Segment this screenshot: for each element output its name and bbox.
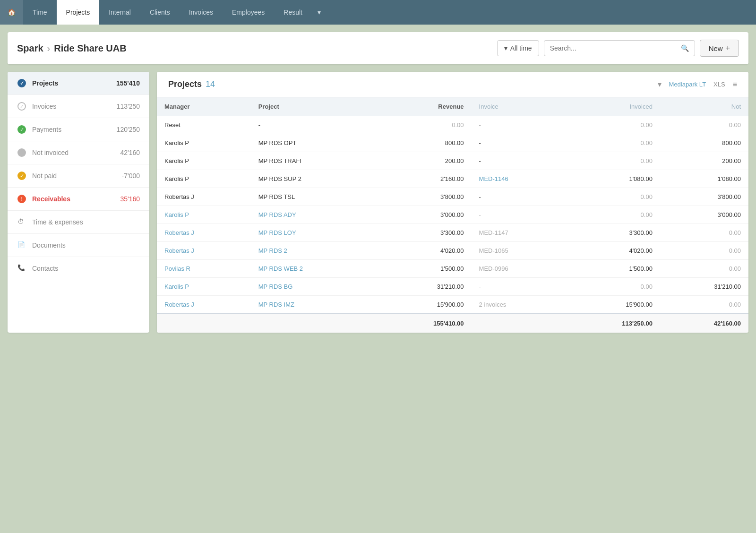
breadcrumb-current: Ride Share UAB <box>54 43 126 54</box>
sidebar-item-contacts[interactable]: 📞 Contacts <box>8 257 149 280</box>
footer-revenue: 155'410.00 <box>376 314 471 333</box>
nav-more[interactable]: ▾ <box>312 0 326 25</box>
main-panel: Projects 14 ▾ Mediapark LT XLS ≡ Manager… <box>157 72 748 333</box>
panel-menu-icon[interactable]: ≡ <box>733 80 737 89</box>
table-footer-row: 155'410.00 113'250.00 42'160.00 <box>157 314 748 333</box>
panel-header: Projects 14 ▾ Mediapark LT XLS ≡ <box>157 72 748 97</box>
panel-title: Projects 14 <box>168 79 215 89</box>
chevron-down-icon: ▾ <box>504 44 507 52</box>
sidebar-value-projects: 155'410 <box>116 79 140 87</box>
sidebar-value-payments: 120'250 <box>117 126 140 133</box>
top-bar-actions: ▾ All time 🔍 New + <box>497 40 739 57</box>
table-row: Reset-0.00-0.000.00 <box>157 116 748 134</box>
doc-icon: 📄 <box>17 241 26 250</box>
sidebar-value-receivables: 35'160 <box>120 195 140 203</box>
sidebar-label-time-expenses: Time & expenses <box>32 218 134 226</box>
sidebar-label-not-invoiced: Not invoiced <box>32 149 114 156</box>
warning-icon: ✓ <box>17 171 26 181</box>
nav-clients[interactable]: Clients <box>140 0 180 25</box>
breadcrumb: Spark › Ride Share UAB <box>17 43 127 54</box>
col-manager: Manager <box>157 97 251 116</box>
new-button-label: New <box>709 44 723 52</box>
sidebar: ✓ Projects 155'410 Invoices 113'250 ✓ Pa… <box>8 72 149 333</box>
search-icon: 🔍 <box>681 44 689 52</box>
col-invoice: Invoice <box>472 97 565 116</box>
sidebar-label-projects: Projects <box>32 79 111 87</box>
sidebar-item-not-invoiced[interactable]: Not invoiced 42'160 <box>8 141 149 164</box>
nav-projects[interactable]: Projects <box>57 0 100 25</box>
sidebar-label-contacts: Contacts <box>32 265 134 272</box>
table-row: Robertas JMP RDS IMZ15'900.002 invoices1… <box>157 296 748 314</box>
table-row: Povilas RMP RDS WEB 21'500.00MED-09961'5… <box>157 260 748 278</box>
projects-table: Manager Project Revenue Invoice Invoiced… <box>157 97 748 333</box>
check-partial-icon <box>17 102 26 111</box>
sidebar-item-time-expenses[interactable]: ⏱ Time & expenses <box>8 211 149 234</box>
table-row: Robertas JMP RDS LOY3'300.00MED-11473'30… <box>157 224 748 242</box>
table-row: Karolis PMP RDS OPT800.00-0.00800.00 <box>157 134 748 152</box>
nav-home[interactable]: 🏠 <box>0 0 23 25</box>
footer-manager <box>157 314 251 333</box>
table-row: Robertas JMP RDS TSL3'800.00-0.003'800.0… <box>157 188 748 206</box>
circle-gray-icon <box>17 148 26 157</box>
main-wrapper: Spark › Ride Share UAB ▾ All time 🔍 New … <box>0 25 756 340</box>
new-button[interactable]: New + <box>700 40 739 57</box>
nav-employees[interactable]: Employees <box>223 0 274 25</box>
table-footer: 155'410.00 113'250.00 42'160.00 <box>157 314 748 333</box>
sidebar-value-invoices: 113'250 <box>117 103 140 110</box>
table-row: Karolis PMP RDS TRAFI200.00-0.00200.00 <box>157 152 748 170</box>
sidebar-value-not-invoiced: 42'160 <box>120 149 140 156</box>
table-row: Robertas JMP RDS 24'020.00MED-10654'020.… <box>157 242 748 260</box>
col-revenue: Revenue <box>376 97 471 116</box>
col-not: Not <box>660 97 748 116</box>
breadcrumb-separator: › <box>47 43 51 54</box>
sidebar-label-receivables: Receivables <box>32 195 114 203</box>
table-header: Manager Project Revenue Invoice Invoiced… <box>157 97 748 116</box>
sidebar-item-receivables[interactable]: ! Receivables 35'160 <box>8 188 149 211</box>
search-input[interactable] <box>550 44 678 52</box>
table-header-row: Manager Project Revenue Invoice Invoiced… <box>157 97 748 116</box>
nav-invoices[interactable]: Invoices <box>180 0 223 25</box>
col-invoiced: Invoiced <box>565 97 660 116</box>
footer-invoiced: 113'250.00 <box>565 314 660 333</box>
panel-title-count: 14 <box>206 79 215 89</box>
sidebar-label-not-paid: Not paid <box>32 172 116 180</box>
filter-label: All time <box>510 44 532 52</box>
check-filled-green-icon: ✓ <box>17 125 26 134</box>
panel-title-text: Projects <box>168 79 202 89</box>
filter-dropdown-icon[interactable]: ▾ <box>658 80 662 89</box>
filter-label[interactable]: Mediapark LT <box>669 81 706 88</box>
table-row: Karolis PMP RDS BG31'210.00-0.0031'210.0… <box>157 278 748 296</box>
clock-icon: ⏱ <box>17 217 26 227</box>
footer-not: 42'160.00 <box>660 314 748 333</box>
panel-actions: ▾ Mediapark LT XLS ≡ <box>658 80 737 89</box>
top-navigation: 🏠 Time Projects Internal Clients Invoice… <box>0 0 756 25</box>
nav-result[interactable]: Result <box>274 0 312 25</box>
sidebar-item-payments[interactable]: ✓ Payments 120'250 <box>8 118 149 141</box>
breadcrumb-root[interactable]: Spark <box>17 43 43 54</box>
footer-project <box>251 314 376 333</box>
plus-icon: + <box>726 44 730 52</box>
xls-button[interactable]: XLS <box>713 81 725 88</box>
search-box: 🔍 <box>544 40 695 56</box>
error-icon: ! <box>17 194 26 204</box>
sidebar-item-not-paid[interactable]: ✓ Not paid -7'000 <box>8 164 149 188</box>
content-layout: ✓ Projects 155'410 Invoices 113'250 ✓ Pa… <box>8 72 748 333</box>
sidebar-label-payments: Payments <box>32 126 111 133</box>
sidebar-item-documents[interactable]: 📄 Documents <box>8 234 149 257</box>
time-filter-button[interactable]: ▾ All time <box>497 40 539 56</box>
sidebar-item-invoices[interactable]: Invoices 113'250 <box>8 95 149 118</box>
sidebar-label-documents: Documents <box>32 241 134 249</box>
table-row: Karolis PMP RDS ADY3'000.00-0.003'000.00 <box>157 206 748 224</box>
col-project: Project <box>251 97 376 116</box>
sidebar-item-projects[interactable]: ✓ Projects 155'410 <box>8 72 149 95</box>
table-body: Reset-0.00-0.000.00Karolis PMP RDS OPT80… <box>157 116 748 314</box>
sidebar-label-invoices: Invoices <box>32 103 111 110</box>
footer-invoice <box>472 314 565 333</box>
nav-time[interactable]: Time <box>23 0 57 25</box>
top-bar: Spark › Ride Share UAB ▾ All time 🔍 New … <box>8 32 748 64</box>
table-row: Karolis PMP RDS SUP 22'160.00MED-11461'0… <box>157 170 748 188</box>
phone-icon: 📞 <box>17 264 26 273</box>
sidebar-value-not-paid: -7'000 <box>122 172 140 180</box>
nav-internal[interactable]: Internal <box>99 0 140 25</box>
check-filled-blue-icon: ✓ <box>17 78 26 88</box>
